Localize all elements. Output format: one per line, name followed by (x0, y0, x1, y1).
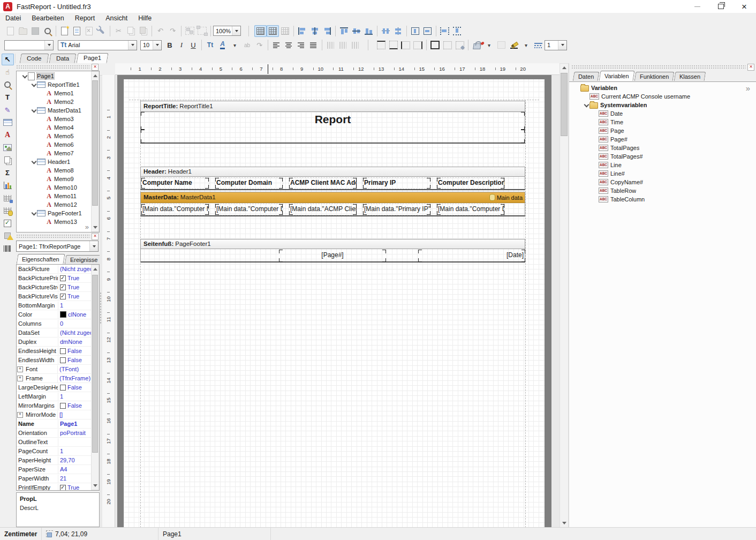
report-tree-item[interactable]: Memo5 (17, 132, 90, 140)
variable-tree-item[interactable]: Line# (569, 169, 754, 178)
frame-top-icon[interactable] (375, 39, 387, 51)
checkbox-object-icon[interactable] (2, 218, 14, 229)
band-master-data-header[interactable]: MasterData:MasterData1 Main data (141, 192, 525, 203)
band-page-footer[interactable]: Seitenfuß:PageFooter1 [Page#] [Date] (140, 239, 525, 262)
data-panel-tab[interactable]: Variablen (599, 71, 635, 81)
paste-icon[interactable] (137, 25, 149, 37)
memo-column-header[interactable]: ACMP Client MAC Address (289, 177, 357, 189)
font-color-dropdown-icon[interactable]: ▾ (229, 39, 241, 51)
property-row[interactable]: DataSet (Nicht zugeordnet) (17, 328, 91, 338)
checkbox-icon[interactable] (60, 357, 66, 363)
memo-report-title[interactable]: Report (141, 112, 525, 130)
text-align-left-icon[interactable] (270, 39, 283, 51)
report-tree-item[interactable]: Memo9 (17, 175, 90, 183)
variable-tree-item[interactable]: TotalPages# (569, 152, 754, 161)
frame-right-icon[interactable] (412, 39, 424, 51)
menu-item[interactable]: Datei (0, 13, 26, 24)
report-tree-item[interactable]: Memo6 (17, 140, 90, 149)
property-row[interactable]: MirrorMode [] (17, 410, 91, 419)
document-tab[interactable]: Data (49, 54, 76, 63)
chevron-down-icon[interactable] (31, 211, 36, 216)
tree-more-icon[interactable]: » (85, 224, 89, 230)
same-height-icon[interactable] (451, 25, 463, 37)
new-dialog-page-icon[interactable] (71, 25, 83, 37)
show-grid-icon[interactable] (254, 25, 267, 37)
expand-icon[interactable] (17, 376, 23, 381)
chevron-down-icon[interactable] (31, 82, 36, 87)
property-row[interactable]: EndlessHeight False (17, 347, 91, 356)
text-object-icon[interactable]: A (2, 129, 14, 141)
font-color-icon[interactable]: A (216, 39, 229, 51)
highlight-icon[interactable]: ab (241, 39, 253, 51)
delete-page-icon[interactable] (83, 25, 95, 37)
menu-item[interactable]: Bearbeiten (26, 13, 69, 24)
style-combo[interactable] (4, 40, 54, 50)
property-grid-scrollbar[interactable] (91, 265, 99, 490)
center-horizontally-icon[interactable] (409, 25, 421, 37)
variable-tree-item[interactable]: Systemvariablen (569, 101, 754, 109)
underline-button[interactable]: U (187, 39, 199, 51)
fill-color-icon[interactable] (471, 39, 483, 51)
zoom-tool-icon[interactable] (2, 79, 14, 91)
shape-object-icon[interactable] (2, 230, 14, 242)
expand-icon[interactable] (17, 412, 23, 418)
checkbox-icon[interactable] (60, 403, 66, 409)
property-row[interactable]: PageCount 1 (17, 447, 91, 456)
variable-tree-item[interactable]: Current ACMP Console username (569, 92, 754, 101)
data-panel-tab[interactable]: Daten (573, 72, 600, 81)
property-row[interactable]: OutlineText (17, 438, 91, 447)
copy-icon[interactable] (125, 25, 137, 37)
document-tab[interactable]: Page1 (76, 53, 108, 63)
report-tree-item[interactable]: MasterData1 (17, 106, 90, 115)
save-report-icon[interactable] (29, 25, 41, 37)
font-size-combo[interactable]: 10 (140, 40, 162, 50)
restore-button[interactable] (709, 0, 732, 13)
insert-band-icon[interactable] (2, 117, 14, 129)
frame-edit-icon[interactable] (453, 39, 466, 51)
property-row[interactable]: LargeDesignHeight False (17, 383, 91, 392)
property-row[interactable]: Orientation poPortrait (17, 429, 91, 438)
font-settings-icon[interactable]: Tt (204, 39, 216, 51)
memo-column-header[interactable]: Computer Name (141, 177, 209, 189)
system-text-icon[interactable]: Σ (2, 167, 14, 179)
data-panel-tab[interactable]: Funktionen (634, 72, 675, 81)
select-tool-icon[interactable]: ↖ (2, 54, 14, 65)
data-panel-tab[interactable]: Klassen (674, 72, 706, 81)
rotate-text-icon[interactable]: ↷ (253, 39, 266, 51)
variable-tree-item[interactable]: Line (569, 161, 754, 169)
align-tops-icon[interactable] (338, 25, 350, 37)
report-tree-item[interactable]: Memo11 (17, 192, 90, 200)
panel-more-icon[interactable]: » (746, 85, 750, 92)
fill-color-dropdown-icon[interactable]: ▾ (483, 39, 495, 51)
panel-drag-handle[interactable] (16, 65, 90, 69)
ungroup-icon[interactable] (196, 25, 208, 37)
object-selector-dropdown-icon[interactable] (89, 241, 98, 251)
report-tree-item[interactable]: Memo12 (17, 200, 90, 209)
report-tree-item[interactable]: Memo4 (17, 123, 90, 132)
variable-tree-item[interactable]: Variablen (569, 84, 754, 92)
variable-tree-item[interactable]: Date (569, 109, 754, 118)
variable-tree-item[interactable]: TotalPages (569, 144, 754, 152)
property-row[interactable]: Frame (TfrxFrame) (17, 374, 91, 383)
canvas-vertical-scrollbar[interactable] (560, 63, 569, 528)
background-color-icon[interactable] (495, 39, 508, 51)
panel-close-icon[interactable] (92, 233, 99, 240)
band-report-title[interactable]: ReportTitle:ReportTitle1 Report (140, 101, 525, 144)
new-report-page-icon[interactable] (58, 25, 71, 37)
report-settings-icon[interactable] (95, 25, 108, 37)
panel-close-icon[interactable] (747, 64, 754, 71)
align-to-grid-icon[interactable] (279, 25, 291, 37)
font-combo[interactable]: Tt Arial (58, 40, 137, 50)
panel-splitter[interactable] (100, 292, 102, 324)
report-tree-item[interactable]: Header1 (17, 158, 90, 166)
line-color-dropdown-icon[interactable]: ▾ (520, 39, 532, 51)
frame-all-icon[interactable] (429, 39, 441, 51)
property-row[interactable]: PaperSize A4 (17, 465, 91, 474)
frame-none-icon[interactable] (441, 39, 453, 51)
checkbox-icon[interactable] (60, 385, 66, 391)
memo-data-field[interactable]: [Main data."Computer Name"] (141, 204, 209, 215)
property-row[interactable]: Duplex dmNone (17, 338, 91, 347)
property-row[interactable]: BackPictureStretched True (17, 283, 91, 292)
text-valign-bottom-icon[interactable] (349, 39, 361, 51)
undo-icon[interactable]: ↶ (154, 25, 167, 37)
